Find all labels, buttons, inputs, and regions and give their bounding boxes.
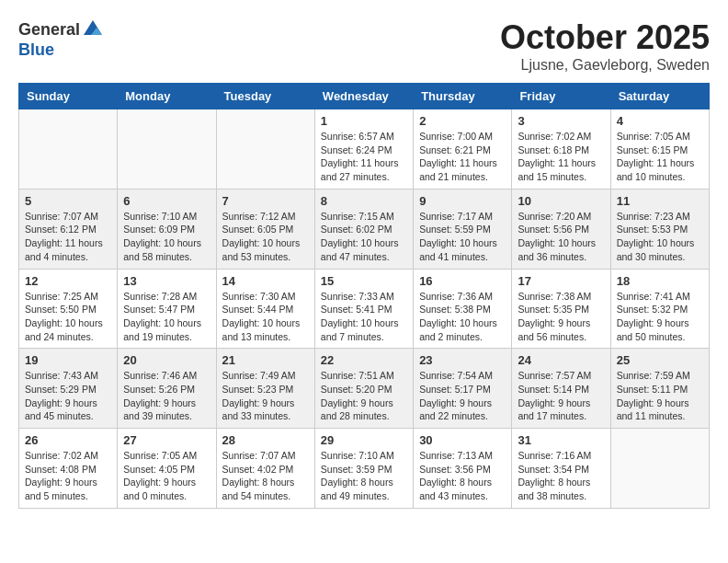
day-number: 21 (222, 353, 309, 367)
calendar-day: 17Sunrise: 7:38 AM Sunset: 5:35 PM Dayli… (512, 269, 610, 349)
day-info: Sunrise: 7:15 AM Sunset: 6:02 PM Dayligh… (321, 210, 407, 264)
calendar-day: 7Sunrise: 7:12 AM Sunset: 6:05 PM Daylig… (216, 189, 314, 269)
day-number: 31 (518, 433, 604, 447)
day-info: Sunrise: 6:57 AM Sunset: 6:24 PM Dayligh… (321, 130, 407, 184)
calendar-week-1: 1Sunrise: 6:57 AM Sunset: 6:24 PM Daylig… (19, 109, 710, 190)
logo: General Blue (18, 18, 104, 60)
day-number: 8 (321, 194, 407, 208)
weekday-header-tuesday: Tuesday (216, 84, 314, 109)
day-number: 25 (617, 353, 703, 367)
day-number: 9 (419, 194, 506, 208)
day-info: Sunrise: 7:07 AM Sunset: 6:12 PM Dayligh… (25, 210, 111, 264)
calendar-day: 22Sunrise: 7:51 AM Sunset: 5:20 PM Dayli… (314, 349, 413, 429)
calendar-table: SundayMondayTuesdayWednesdayThursdayFrid… (18, 83, 710, 509)
day-info: Sunrise: 7:38 AM Sunset: 5:35 PM Dayligh… (518, 290, 604, 344)
calendar-day: 4Sunrise: 7:05 AM Sunset: 6:15 PM Daylig… (610, 109, 709, 190)
day-info: Sunrise: 7:54 AM Sunset: 5:17 PM Dayligh… (419, 369, 506, 423)
calendar-week-3: 12Sunrise: 7:25 AM Sunset: 5:50 PM Dayli… (19, 269, 710, 349)
day-info: Sunrise: 7:07 AM Sunset: 4:02 PM Dayligh… (222, 449, 309, 503)
calendar-day: 31Sunrise: 7:16 AM Sunset: 3:54 PM Dayli… (512, 429, 610, 509)
day-info: Sunrise: 7:33 AM Sunset: 5:41 PM Dayligh… (321, 290, 407, 344)
calendar-day: 21Sunrise: 7:49 AM Sunset: 5:23 PM Dayli… (216, 349, 314, 429)
day-info: Sunrise: 7:43 AM Sunset: 5:29 PM Dayligh… (25, 369, 111, 423)
calendar-day: 2Sunrise: 7:00 AM Sunset: 6:21 PM Daylig… (414, 109, 512, 190)
day-info: Sunrise: 7:25 AM Sunset: 5:50 PM Dayligh… (25, 290, 111, 344)
calendar-day: 23Sunrise: 7:54 AM Sunset: 5:17 PM Dayli… (414, 349, 512, 429)
day-info: Sunrise: 7:05 AM Sunset: 4:05 PM Dayligh… (123, 449, 210, 503)
calendar-day: 19Sunrise: 7:43 AM Sunset: 5:29 PM Dayli… (19, 349, 118, 429)
weekday-header-wednesday: Wednesday (314, 84, 413, 109)
day-info: Sunrise: 7:13 AM Sunset: 3:56 PM Dayligh… (419, 449, 506, 503)
day-info: Sunrise: 7:36 AM Sunset: 5:38 PM Dayligh… (419, 290, 506, 344)
calendar-day: 14Sunrise: 7:30 AM Sunset: 5:44 PM Dayli… (216, 269, 314, 349)
day-number: 29 (321, 433, 407, 447)
calendar-day: 20Sunrise: 7:46 AM Sunset: 5:26 PM Dayli… (118, 349, 216, 429)
day-number: 23 (419, 353, 506, 367)
calendar-day: 3Sunrise: 7:02 AM Sunset: 6:18 PM Daylig… (512, 109, 610, 190)
calendar-day: 10Sunrise: 7:20 AM Sunset: 5:56 PM Dayli… (512, 189, 610, 269)
calendar-day: 5Sunrise: 7:07 AM Sunset: 6:12 PM Daylig… (19, 189, 118, 269)
page-header: General Blue October 2025 Ljusne, Gaevle… (18, 18, 710, 74)
calendar-week-5: 26Sunrise: 7:02 AM Sunset: 4:08 PM Dayli… (19, 429, 710, 509)
weekday-header-thursday: Thursday (414, 84, 512, 109)
calendar-day: 8Sunrise: 7:15 AM Sunset: 6:02 PM Daylig… (314, 189, 413, 269)
day-info: Sunrise: 7:02 AM Sunset: 6:18 PM Dayligh… (518, 130, 604, 184)
calendar-day: 15Sunrise: 7:33 AM Sunset: 5:41 PM Dayli… (314, 269, 413, 349)
calendar-day: 13Sunrise: 7:28 AM Sunset: 5:47 PM Dayli… (118, 269, 216, 349)
day-number: 12 (25, 274, 111, 288)
day-info: Sunrise: 7:10 AM Sunset: 3:59 PM Dayligh… (321, 449, 407, 503)
calendar-day: 24Sunrise: 7:57 AM Sunset: 5:14 PM Dayli… (512, 349, 610, 429)
day-info: Sunrise: 7:30 AM Sunset: 5:44 PM Dayligh… (222, 290, 309, 344)
calendar-day: 12Sunrise: 7:25 AM Sunset: 5:50 PM Dayli… (19, 269, 118, 349)
day-number: 28 (222, 433, 309, 447)
day-info: Sunrise: 7:51 AM Sunset: 5:20 PM Dayligh… (321, 369, 407, 423)
day-number: 2 (419, 114, 506, 128)
weekday-header-friday: Friday (512, 84, 610, 109)
calendar-day: 6Sunrise: 7:10 AM Sunset: 6:09 PM Daylig… (118, 189, 216, 269)
day-info: Sunrise: 7:17 AM Sunset: 5:59 PM Dayligh… (419, 210, 506, 264)
day-number: 18 (617, 274, 703, 288)
day-number: 16 (419, 274, 506, 288)
calendar-day (216, 109, 314, 190)
day-info: Sunrise: 7:49 AM Sunset: 5:23 PM Dayligh… (222, 369, 309, 423)
day-info: Sunrise: 7:05 AM Sunset: 6:15 PM Dayligh… (617, 130, 703, 184)
day-number: 17 (518, 274, 604, 288)
calendar-day (118, 109, 216, 190)
month-title: October 2025 (500, 18, 710, 57)
weekday-header-row: SundayMondayTuesdayWednesdayThursdayFrid… (19, 84, 710, 109)
day-number: 14 (222, 274, 309, 288)
day-number: 27 (123, 433, 210, 447)
calendar-day: 28Sunrise: 7:07 AM Sunset: 4:02 PM Dayli… (216, 429, 314, 509)
day-number: 30 (419, 433, 506, 447)
calendar-day: 18Sunrise: 7:41 AM Sunset: 5:32 PM Dayli… (610, 269, 709, 349)
day-info: Sunrise: 7:57 AM Sunset: 5:14 PM Dayligh… (518, 369, 604, 423)
day-info: Sunrise: 7:00 AM Sunset: 6:21 PM Dayligh… (419, 130, 506, 184)
day-number: 22 (321, 353, 407, 367)
day-number: 7 (222, 194, 309, 208)
day-info: Sunrise: 7:28 AM Sunset: 5:47 PM Dayligh… (123, 290, 210, 344)
day-number: 11 (617, 194, 703, 208)
calendar-day: 9Sunrise: 7:17 AM Sunset: 5:59 PM Daylig… (414, 189, 512, 269)
weekday-header-monday: Monday (118, 84, 216, 109)
day-number: 5 (25, 194, 111, 208)
day-info: Sunrise: 7:20 AM Sunset: 5:56 PM Dayligh… (518, 210, 604, 264)
day-number: 24 (518, 353, 604, 367)
location: Ljusne, Gaevleborg, Sweden (500, 57, 710, 74)
day-info: Sunrise: 7:16 AM Sunset: 3:54 PM Dayligh… (518, 449, 604, 503)
weekday-header-saturday: Saturday (610, 84, 709, 109)
calendar-day: 1Sunrise: 6:57 AM Sunset: 6:24 PM Daylig… (314, 109, 413, 190)
day-number: 13 (123, 274, 210, 288)
day-info: Sunrise: 7:02 AM Sunset: 4:08 PM Dayligh… (25, 449, 111, 503)
day-info: Sunrise: 7:41 AM Sunset: 5:32 PM Dayligh… (617, 290, 703, 344)
day-number: 15 (321, 274, 407, 288)
calendar-day: 25Sunrise: 7:59 AM Sunset: 5:11 PM Dayli… (610, 349, 709, 429)
weekday-header-sunday: Sunday (19, 84, 118, 109)
day-number: 10 (518, 194, 604, 208)
day-number: 26 (25, 433, 111, 447)
day-info: Sunrise: 7:23 AM Sunset: 5:53 PM Dayligh… (617, 210, 703, 264)
calendar-day: 27Sunrise: 7:05 AM Sunset: 4:05 PM Dayli… (118, 429, 216, 509)
calendar-day (19, 109, 118, 190)
day-info: Sunrise: 7:10 AM Sunset: 6:09 PM Dayligh… (123, 210, 210, 264)
day-number: 20 (123, 353, 210, 367)
calendar-day: 16Sunrise: 7:36 AM Sunset: 5:38 PM Dayli… (414, 269, 512, 349)
